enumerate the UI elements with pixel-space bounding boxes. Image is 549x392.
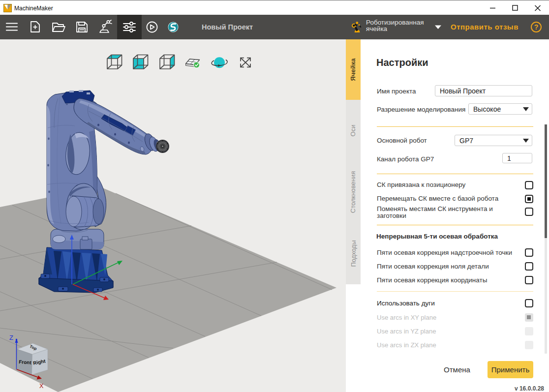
svg-text:?: ? [534, 23, 539, 31]
svg-text:Z: Z [9, 334, 13, 341]
svg-text:X: X [39, 383, 44, 390]
svg-text:Front: Front [19, 359, 32, 365]
